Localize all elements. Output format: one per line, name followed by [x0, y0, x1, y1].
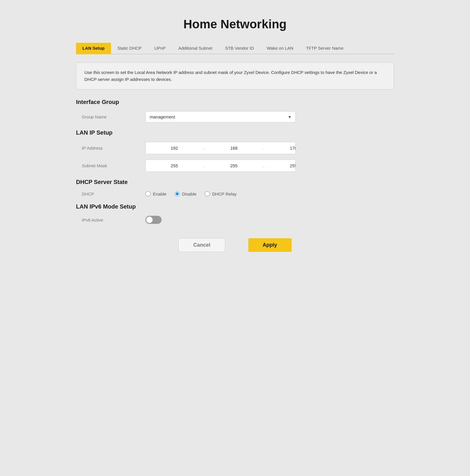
- subnet-sep-2: .: [262, 163, 265, 168]
- dhcp-options: Enable Disable DHCP Relay: [145, 191, 296, 196]
- toggle-slider: [145, 216, 162, 224]
- subnet-mask-row: Subnet Mask 255 . 255 . 255 . 0: [76, 159, 394, 172]
- cancel-button[interactable]: Cancel: [178, 238, 225, 252]
- ip-sep-2: .: [262, 146, 265, 150]
- dhcp-relay-label: DHCP Relay: [212, 191, 237, 196]
- dhcp-relay-radio[interactable]: [205, 191, 210, 196]
- subnet-mask-label: Subnet Mask: [82, 163, 145, 168]
- subnet-octet-3[interactable]: 255: [265, 160, 296, 172]
- lan-ipv6-section: LAN IPv6 Mode Setup IPv6 Active: [76, 203, 394, 224]
- page-container: Home Networking LAN Setup Static DHCP UP…: [76, 12, 394, 464]
- ipv6-active-toggle[interactable]: [145, 216, 162, 224]
- apply-button[interactable]: Apply: [248, 238, 292, 252]
- subnet-sep-1: .: [203, 163, 205, 168]
- lan-ipv6-title: LAN IPv6 Mode Setup: [76, 203, 394, 210]
- lan-ip-setup-title: LAN IP Setup: [76, 129, 394, 136]
- dhcp-disable-label: Disable: [182, 191, 197, 196]
- dhcp-radio-group: Enable Disable DHCP Relay: [145, 191, 296, 196]
- ip-octet-3[interactable]: 178: [265, 142, 296, 154]
- tab-static-dhcp[interactable]: Static DHCP: [111, 43, 148, 54]
- interface-group-title: Interface Group: [76, 99, 394, 105]
- tab-wake-on-lan[interactable]: Wake on LAN: [260, 43, 300, 54]
- dhcp-enable-option[interactable]: Enable: [145, 191, 166, 196]
- dhcp-server-state-title: DHCP Server State: [76, 179, 394, 185]
- ip-octet-2[interactable]: 168: [205, 142, 262, 154]
- dhcp-row: DHCP Enable Disable DHCP Relay: [76, 191, 394, 196]
- page-title: Home Networking: [76, 17, 394, 31]
- tab-upnp[interactable]: UPnP: [148, 43, 172, 54]
- tab-bar: LAN Setup Static DHCP UPnP Additional Su…: [76, 43, 394, 54]
- ipv6-toggle-control: [145, 216, 296, 224]
- tab-lan-setup[interactable]: LAN Setup: [76, 43, 111, 54]
- subnet-octet-1[interactable]: 255: [146, 160, 203, 172]
- group-name-control: management Default Guest ▼: [145, 111, 296, 122]
- dhcp-enable-label: Enable: [153, 191, 166, 196]
- dhcp-disable-option[interactable]: Disable: [175, 191, 197, 196]
- ip-sep-1: .: [203, 146, 205, 150]
- ip-octet-1[interactable]: 192: [146, 142, 203, 154]
- ip-address-control: 192 . 168 . 178 . 111: [145, 142, 296, 154]
- subnet-mask-control: 255 . 255 . 255 . 0: [145, 159, 296, 172]
- dhcp-enable-radio[interactable]: [145, 191, 151, 196]
- tab-stb-vendor-id[interactable]: STB Vendor ID: [219, 43, 260, 54]
- ipv6-active-label: IPv6 Active: [82, 217, 145, 222]
- group-name-row: Group Name management Default Guest ▼: [76, 111, 394, 122]
- interface-group-section: Interface Group Group Name management De…: [76, 99, 394, 122]
- dhcp-disable-radio[interactable]: [175, 191, 180, 196]
- tab-additional-subnet[interactable]: Additional Subnet: [172, 43, 219, 54]
- group-name-label: Group Name: [82, 114, 145, 119]
- ip-address-row: IP Address 192 . 168 . 178 . 111: [76, 142, 394, 154]
- lan-ip-setup-section: LAN IP Setup IP Address 192 . 168 . 178 …: [76, 129, 394, 172]
- subnet-mask-group: 255 . 255 . 255 . 0: [145, 159, 296, 172]
- group-name-select-wrapper: management Default Guest ▼: [145, 111, 296, 122]
- button-row: Cancel Apply: [76, 238, 394, 269]
- ip-address-group: 192 . 168 . 178 . 111: [145, 142, 296, 154]
- tab-tftp-server-name[interactable]: TFTP Server Name: [300, 43, 350, 54]
- dhcp-relay-option[interactable]: DHCP Relay: [205, 191, 237, 196]
- ipv6-active-row: IPv6 Active: [76, 216, 394, 224]
- dhcp-server-state-section: DHCP Server State DHCP Enable Disable DH…: [76, 179, 394, 196]
- group-name-select[interactable]: management Default Guest: [145, 111, 296, 122]
- info-box: Use this screen to set the Local Area Ne…: [76, 62, 394, 90]
- subnet-octet-2[interactable]: 255: [205, 160, 262, 172]
- ip-address-label: IP Address: [82, 146, 145, 150]
- dhcp-label: DHCP: [82, 191, 145, 196]
